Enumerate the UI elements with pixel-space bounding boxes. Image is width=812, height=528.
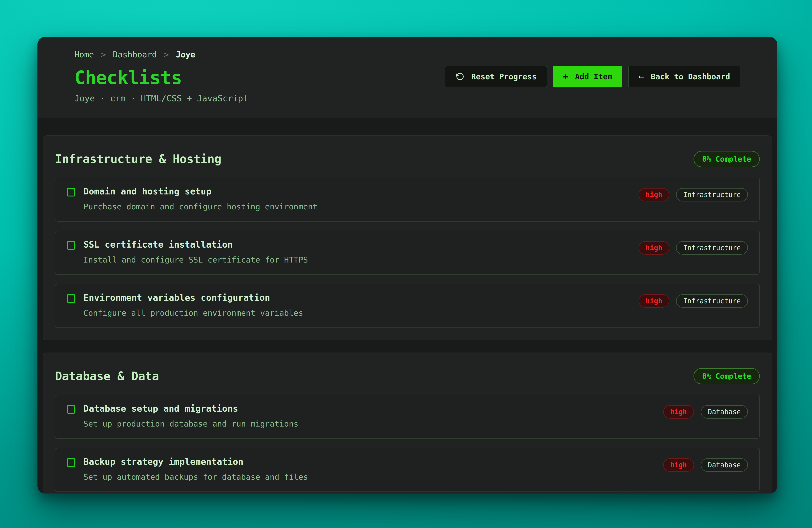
section-title: Infrastructure & Hosting: [55, 152, 221, 166]
item-text: Backup strategy implementation Set up au…: [83, 456, 655, 482]
section-title: Database & Data: [55, 369, 159, 383]
breadcrumb-separator: >: [101, 50, 106, 59]
item-description: Install and configure SSL certificate fo…: [83, 255, 630, 264]
item-badges: high Database: [663, 458, 748, 472]
plus-icon: +: [563, 72, 568, 81]
reset-progress-button[interactable]: Reset Progress: [445, 66, 547, 87]
category-badge: Database: [701, 405, 748, 419]
checklist-item-domain-hosting[interactable]: Domain and hosting setup Purchase domain…: [55, 178, 760, 222]
reset-progress-label: Reset Progress: [471, 72, 537, 81]
checklist-item-environment-variables[interactable]: Environment variables configuration Conf…: [55, 284, 760, 328]
priority-badge: high: [663, 458, 694, 472]
back-to-dashboard-label: Back to Dashboard: [651, 72, 730, 81]
progress-badge: 0% Complete: [694, 151, 760, 167]
section-header: Infrastructure & Hosting 0% Complete: [55, 151, 760, 167]
section-database-data: Database & Data 0% Complete Database set…: [43, 353, 772, 494]
checklist-content: Infrastructure & Hosting 0% Complete Dom…: [38, 118, 777, 494]
section-header: Database & Data 0% Complete: [55, 368, 760, 384]
reset-icon: [455, 72, 465, 82]
category-badge: Infrastructure: [676, 241, 748, 254]
page-subtitle: Joye · crm · HTML/CSS + JavaScript: [74, 93, 248, 103]
item-description: Set up production database and run migra…: [83, 419, 655, 428]
item-checkbox[interactable]: [67, 458, 75, 467]
checklists-window: Home > Dashboard > Joye Checklists Joye …: [38, 37, 777, 494]
item-title: Backup strategy implementation: [83, 456, 655, 467]
header-actions: Reset Progress + Add Item ← Back to Dash…: [445, 66, 740, 87]
checklist-item-ssl-certificate[interactable]: SSL certificate installation Install and…: [55, 231, 760, 275]
priority-badge: high: [663, 405, 694, 419]
item-badges: high Infrastructure: [639, 294, 748, 308]
item-checkbox[interactable]: [67, 241, 75, 250]
item-text: Domain and hosting setup Purchase domain…: [83, 186, 630, 211]
item-text: Database setup and migrations Set up pro…: [83, 403, 655, 428]
item-description: Purchase domain and configure hosting en…: [83, 202, 630, 211]
priority-badge: high: [639, 241, 669, 254]
back-arrow-icon: ←: [639, 72, 644, 81]
add-item-label: Add Item: [575, 72, 612, 81]
page-title: Checklists: [74, 67, 248, 89]
progress-badge: 0% Complete: [694, 368, 760, 384]
checklist-item-backup-strategy[interactable]: Backup strategy implementation Set up au…: [55, 448, 760, 492]
item-text: SSL certificate installation Install and…: [83, 239, 630, 264]
category-badge: Database: [701, 458, 748, 472]
item-checkbox[interactable]: [67, 405, 75, 414]
item-checkbox[interactable]: [67, 188, 75, 196]
add-item-button[interactable]: + Add Item: [553, 66, 622, 87]
item-description: Set up automated backups for database an…: [83, 472, 655, 482]
item-badges: high Infrastructure: [639, 241, 748, 254]
item-checkbox[interactable]: [67, 294, 75, 303]
priority-badge: high: [639, 188, 669, 202]
page-header: Home > Dashboard > Joye Checklists Joye …: [38, 37, 777, 118]
item-description: Configure all production environment var…: [83, 308, 630, 318]
item-title: Database setup and migrations: [83, 403, 655, 414]
breadcrumb-separator: >: [164, 50, 169, 59]
header-left: Home > Dashboard > Joye Checklists Joye …: [74, 50, 248, 103]
item-title: Domain and hosting setup: [83, 186, 630, 196]
item-title: SSL certificate installation: [83, 239, 630, 250]
item-text: Environment variables configuration Conf…: [83, 292, 630, 318]
back-to-dashboard-button[interactable]: ← Back to Dashboard: [628, 66, 740, 87]
checklist-item-database-setup[interactable]: Database setup and migrations Set up pro…: [55, 395, 760, 439]
priority-badge: high: [639, 294, 669, 308]
item-title: Environment variables configuration: [83, 292, 630, 303]
breadcrumb-current-joye: Joye: [176, 50, 195, 59]
category-badge: Infrastructure: [676, 188, 748, 202]
item-badges: high Database: [663, 405, 748, 419]
category-badge: Infrastructure: [676, 294, 748, 308]
breadcrumb-dashboard[interactable]: Dashboard: [113, 50, 157, 59]
section-infrastructure-hosting: Infrastructure & Hosting 0% Complete Dom…: [43, 135, 772, 340]
breadcrumb-home[interactable]: Home: [74, 50, 94, 59]
item-badges: high Infrastructure: [639, 188, 748, 202]
breadcrumb: Home > Dashboard > Joye: [74, 50, 248, 59]
